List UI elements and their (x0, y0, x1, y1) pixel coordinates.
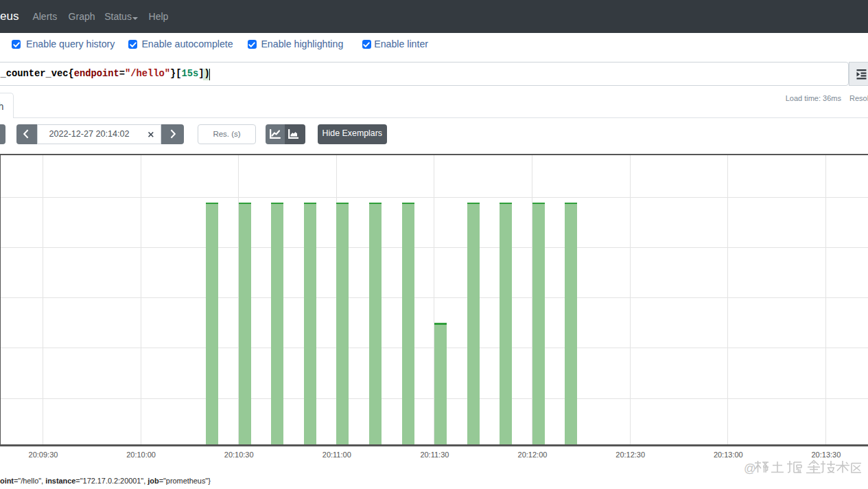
svg-text:@: @ (744, 462, 756, 475)
